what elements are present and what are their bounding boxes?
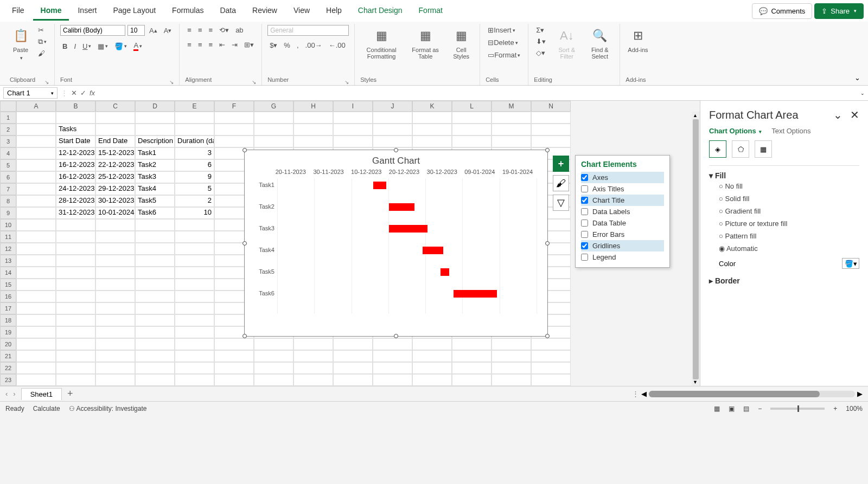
col-header-E[interactable]: E: [175, 101, 214, 112]
cell-B14[interactable]: [56, 267, 95, 279]
cell-D16[interactable]: [135, 291, 175, 302]
cell-L21[interactable]: [452, 350, 492, 362]
cell-C7[interactable]: 29-12-2023: [95, 183, 135, 195]
row-header-1[interactable]: 1: [0, 112, 16, 124]
cell-G20[interactable]: [254, 338, 293, 350]
chart-bar[interactable]: [423, 247, 443, 254]
borders-button[interactable]: ▦▾: [95, 41, 110, 51]
horizontal-scrollbar[interactable]: [649, 391, 855, 397]
cell-A18[interactable]: [16, 314, 56, 326]
row-header-23[interactable]: 23: [0, 374, 16, 386]
col-header-K[interactable]: K: [412, 101, 452, 112]
cut-button[interactable]: ✂: [36, 25, 49, 35]
cell-A19[interactable]: [16, 326, 56, 338]
cell-E9[interactable]: 10: [175, 207, 214, 219]
cell-E20[interactable]: [175, 338, 214, 350]
expand-formula-button[interactable]: ⌄: [860, 91, 865, 96]
tab-review[interactable]: Review: [245, 2, 285, 21]
cell-B6[interactable]: 16-12-2023: [56, 171, 95, 183]
currency-button[interactable]: $▾: [267, 40, 279, 50]
cell-I2[interactable]: [333, 124, 373, 135]
row-header-22[interactable]: 22: [0, 362, 16, 374]
cell-D6[interactable]: Task3: [135, 171, 175, 183]
cell-E11[interactable]: [175, 231, 214, 243]
col-header-H[interactable]: H: [293, 101, 333, 112]
increase-font-button[interactable]: A▴: [147, 25, 159, 36]
cell-A7[interactable]: [16, 183, 56, 195]
checkbox[interactable]: [581, 208, 588, 215]
cell-L2[interactable]: [452, 124, 492, 135]
new-sheet-button[interactable]: +: [67, 388, 73, 399]
tab-view[interactable]: View: [286, 2, 317, 21]
decrease-font-button[interactable]: A▾: [162, 25, 174, 36]
cell-C12[interactable]: [95, 243, 135, 255]
formula-input[interactable]: [98, 87, 856, 99]
format-as-table-button[interactable]: ▦Format as Table: [407, 25, 444, 62]
cell-I20[interactable]: [333, 338, 373, 350]
cell-E10[interactable]: [175, 219, 214, 231]
cell-E6[interactable]: 9: [175, 171, 214, 183]
cell-E19[interactable]: [175, 326, 214, 338]
cell-G1[interactable]: [254, 112, 293, 124]
cell-A20[interactable]: [16, 338, 56, 350]
cell-J23[interactable]: [373, 374, 412, 386]
cell-H22[interactable]: [293, 362, 333, 374]
number-format-select[interactable]: [267, 25, 349, 36]
chart-element-option[interactable]: Chart Title: [581, 195, 664, 206]
chart-element-option[interactable]: Gridlines: [581, 240, 664, 251]
cell-N22[interactable]: [531, 362, 571, 374]
cell-A1[interactable]: [16, 112, 56, 124]
cell-E23[interactable]: [175, 374, 214, 386]
cell-A15[interactable]: [16, 279, 56, 291]
cell-N1[interactable]: [531, 112, 571, 124]
cell-B8[interactable]: 28-12-2023: [56, 195, 95, 207]
cell-C10[interactable]: [95, 219, 135, 231]
format-painter-button[interactable]: 🖌: [36, 48, 49, 59]
row-header-21[interactable]: 21: [0, 350, 16, 362]
cell-D21[interactable]: [135, 350, 175, 362]
cell-A6[interactable]: [16, 171, 56, 183]
cell-A5[interactable]: [16, 159, 56, 171]
row-header-19[interactable]: 19: [0, 326, 16, 338]
tab-format[interactable]: Format: [411, 2, 450, 21]
cell-B7[interactable]: 24-12-2023: [56, 183, 95, 195]
cell-A22[interactable]: [16, 362, 56, 374]
col-header-B[interactable]: B: [56, 101, 95, 112]
col-header-I[interactable]: I: [333, 101, 373, 112]
dialog-launcher-icon[interactable]: ↘: [252, 79, 256, 85]
scroll-down-icon[interactable]: ▼: [693, 379, 698, 385]
cell-N2[interactable]: [531, 124, 571, 135]
chart-bar[interactable]: [389, 203, 415, 211]
size-properties-tab[interactable]: ▦: [755, 140, 772, 158]
cell-N23[interactable]: [531, 374, 571, 386]
tab-file[interactable]: File: [4, 2, 32, 21]
cell-J22[interactable]: [373, 362, 412, 374]
row-header-4[interactable]: 4: [0, 147, 16, 159]
cell-L22[interactable]: [452, 362, 492, 374]
cell-styles-button[interactable]: ▦Cell Styles: [448, 25, 474, 62]
row-header-12[interactable]: 12: [0, 243, 16, 255]
cell-A2[interactable]: [16, 124, 56, 135]
cell-D18[interactable]: [135, 314, 175, 326]
cell-E21[interactable]: [175, 350, 214, 362]
chart-bar[interactable]: [454, 290, 497, 298]
cell-H23[interactable]: [293, 374, 333, 386]
cell-H20[interactable]: [293, 338, 333, 350]
cell-C11[interactable]: [95, 231, 135, 243]
cell-D19[interactable]: [135, 326, 175, 338]
cell-D10[interactable]: [135, 219, 175, 231]
cell-D22[interactable]: [135, 362, 175, 374]
row-header-11[interactable]: 11: [0, 231, 16, 243]
dialog-launcher-icon[interactable]: ↘: [344, 79, 349, 85]
row-header-6[interactable]: 6: [0, 171, 16, 183]
cell-E16[interactable]: [175, 291, 214, 302]
cell-D13[interactable]: [135, 255, 175, 267]
cell-D8[interactable]: Task5: [135, 195, 175, 207]
cell-H2[interactable]: [293, 124, 333, 135]
row-header-10[interactable]: 10: [0, 219, 16, 231]
dialog-launcher-icon[interactable]: ↘: [169, 79, 174, 85]
cell-B21[interactable]: [56, 350, 95, 362]
cell-A9[interactable]: [16, 207, 56, 219]
row-header-2[interactable]: 2: [0, 124, 16, 135]
solid-fill-option[interactable]: ○ Solid fill: [709, 192, 859, 205]
